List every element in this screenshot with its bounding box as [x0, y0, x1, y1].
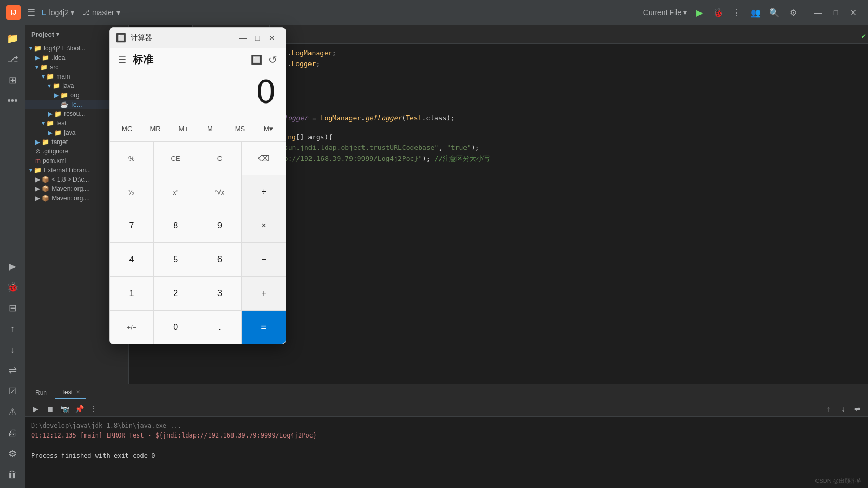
calc-btn-0[interactable]: 0 [154, 311, 198, 344]
calc-btn-equals[interactable]: = [242, 311, 286, 344]
calc-btn-percent[interactable]: % [110, 142, 153, 175]
calc-btn-7[interactable]: 7 [110, 209, 153, 242]
calc-btn-c[interactable]: C [198, 142, 242, 175]
folder-icon-idea: ▶ 📁 [35, 54, 49, 61]
calc-btn-fraction[interactable]: ¹∕ₓ [110, 175, 153, 209]
folder-icon-target: ▶ 📁 [35, 138, 49, 146]
calc-btn-negate[interactable]: +/− [110, 311, 153, 344]
tab-test[interactable]: Test ✕ [55, 387, 86, 399]
folder-icon-resources: ▶ 📁 [48, 110, 62, 118]
jar-icon-maven2: ▶ 📦 [35, 195, 49, 202]
calc-btn-3[interactable]: 3 [198, 277, 242, 310]
calc-btn-5[interactable]: 5 [154, 243, 198, 276]
close-tab-test[interactable]: ✕ [76, 389, 80, 395]
ignore-file-icon: ⊘ [35, 148, 41, 155]
calc-menu-icon[interactable]: ☰ [118, 54, 126, 66]
search-button[interactable]: 🔍 [766, 4, 783, 21]
mem-ms-button[interactable]: MS [227, 118, 253, 139]
calc-btn-backspace[interactable]: ⌫ [242, 142, 286, 175]
minimize-button[interactable]: — [810, 4, 826, 21]
maximize-button[interactable]: □ [827, 4, 844, 21]
pin-toolbar-btn[interactable]: 📌 [73, 403, 85, 415]
window-controls: — □ ✕ [810, 4, 862, 21]
calc-btn-ce[interactable]: CE [154, 142, 198, 175]
bottom-panel-tabs: Run Test ✕ [25, 384, 868, 401]
calc-history-button[interactable]: ↺ [268, 54, 277, 66]
calc-result: 0 [120, 73, 275, 110]
run-button[interactable]: ▶ [691, 4, 708, 21]
calc-btn-multiply[interactable]: × [242, 209, 286, 242]
screenshot-toolbar-btn[interactable]: 📷 [58, 403, 71, 415]
sidebar-icon-task[interactable]: ☑ [3, 382, 22, 401]
scroll-up-btn[interactable]: ↑ [822, 403, 835, 415]
console-line-exit: Process finished with exit code 0 [31, 451, 862, 461]
sidebar-icon-arrow-up[interactable]: ↑ [3, 319, 22, 338]
calc-btn-9[interactable]: 9 [198, 209, 242, 242]
sidebar-icon-settings2[interactable]: ⚙ [3, 444, 22, 463]
ide-titlebar: IJ ☰ L log4j2 ▾ ⎇ master ▾ Current File … [0, 0, 868, 25]
mem-mminus-button[interactable]: M− [199, 118, 225, 139]
hamburger-menu[interactable]: ☰ [25, 5, 37, 20]
mem-mv-button[interactable]: M▾ [255, 118, 281, 139]
calc-mode-icon[interactable]: 🔲 [251, 54, 262, 66]
sidebar-icon-arrow-down[interactable]: ↓ [3, 340, 22, 359]
calc-mode-label: 标准 [133, 53, 244, 67]
close-button[interactable]: ✕ [845, 4, 862, 21]
calc-title: 计算器 [131, 33, 236, 43]
project-selector[interactable]: L log4j2 ▾ [42, 8, 74, 17]
sidebar-icon-more[interactable]: ••• [3, 92, 22, 110]
run-toolbar-btn[interactable]: ▶ [29, 403, 42, 415]
maven-file-icon: m [35, 157, 41, 164]
console-credit: CSDN @出顾芥庐 [815, 477, 862, 485]
wrap-btn[interactable]: ⇌ [851, 403, 864, 415]
calc-btn-1[interactable]: 1 [110, 277, 153, 310]
sidebar-icon-plugin[interactable]: ⊞ [3, 71, 22, 89]
sidebar-icon-terminal[interactable]: ⊟ [3, 299, 22, 317]
sidebar-icon-wrap[interactable]: ⇌ [3, 361, 22, 380]
sidebar-icon-run[interactable]: ▶ [3, 257, 22, 276]
current-file-selector[interactable]: Current File ▾ [643, 8, 687, 17]
calc-btn-2[interactable]: 2 [154, 277, 198, 310]
calc-btn-plus[interactable]: + [242, 277, 286, 310]
sidebar-icon-print[interactable]: 🖨 [3, 423, 22, 442]
folder-icon-log4j2: ▾ 📁 [29, 45, 42, 52]
sidebar-icon-project[interactable]: 📁 [3, 29, 22, 48]
calc-close-button[interactable]: ✕ [265, 31, 279, 45]
calc-btn-6[interactable]: 6 [198, 243, 242, 276]
mem-mc-button[interactable]: MC [114, 118, 140, 139]
mem-mr-button[interactable]: MR [142, 118, 168, 139]
sidebar-icon-problems[interactable]: ⚠ [3, 403, 22, 421]
calc-btn-divide[interactable]: ÷ [242, 175, 286, 209]
sidebar-icon-trash[interactable]: 🗑 [3, 465, 22, 484]
calc-btn-minus[interactable]: − [242, 243, 286, 276]
calc-maximize-button[interactable]: □ [250, 31, 265, 45]
tab-run[interactable]: Run [29, 387, 53, 399]
console-line-cmd: D:\develop\java\jdk-1.8\bin\java.exe ... [31, 421, 862, 431]
calc-btn-square[interactable]: x² [154, 175, 198, 209]
calc-btn-8[interactable]: 8 [154, 209, 198, 242]
panel-chevron: ▾ [56, 31, 59, 38]
mem-mplus-button[interactable]: M+ [171, 118, 197, 139]
settings-button[interactable]: ⚙ [785, 4, 801, 21]
calc-header: ☰ 标准 🔲 ↺ [110, 48, 286, 69]
collab-button[interactable]: 👥 [747, 4, 764, 21]
calc-btn-sqrt[interactable]: ²√x [198, 175, 242, 209]
sidebar-icon-debug2[interactable]: 🐞 [3, 278, 22, 297]
folder-icon-test: ▾ 📁 [42, 120, 54, 127]
folder-icon-org: ▶ 📁 [54, 92, 68, 99]
calc-btn-4[interactable]: 4 [110, 243, 153, 276]
debug-button[interactable]: 🐞 [710, 4, 727, 21]
ide-logo: IJ [6, 5, 21, 20]
calc-btn-decimal[interactable]: . [198, 311, 242, 344]
scroll-down-btn[interactable]: ↓ [837, 403, 849, 415]
calc-minimize-button[interactable]: — [236, 31, 250, 45]
more-actions-button[interactable]: ⋮ [729, 4, 745, 21]
java-file-icon: ☕ [60, 101, 68, 108]
calc-display: 0 [110, 69, 286, 116]
sidebar-icons: 📁 ⎇ ⊞ ••• ▶ 🐞 ⊟ ↑ ↓ ⇌ ☑ ⚠ 🖨 ⚙ 🗑 [0, 25, 25, 488]
calc-app-icon: 🔲 [116, 33, 126, 43]
more-toolbar-btn[interactable]: ⋮ [87, 403, 100, 415]
branch-selector[interactable]: ⎇ master ▾ [83, 8, 120, 17]
sidebar-icon-commit[interactable]: ⎇ [3, 50, 22, 69]
stop-toolbar-btn[interactable]: ⏹ [44, 403, 56, 415]
